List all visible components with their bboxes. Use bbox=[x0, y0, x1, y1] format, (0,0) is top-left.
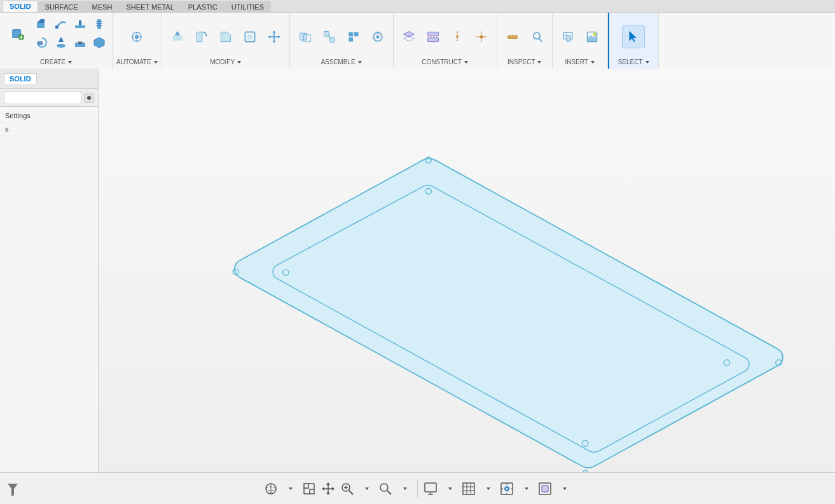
construct-chevron bbox=[464, 61, 468, 64]
loft-button[interactable] bbox=[52, 34, 70, 51]
bottom-bar bbox=[0, 472, 835, 504]
create-chevron bbox=[68, 61, 72, 64]
revolve-button[interactable] bbox=[33, 34, 51, 51]
fillet-button[interactable] bbox=[190, 25, 213, 48]
snap-button[interactable] bbox=[498, 480, 516, 498]
drive-button[interactable] bbox=[366, 25, 389, 48]
orbit-dropdown[interactable] bbox=[281, 480, 299, 498]
zoom-button[interactable] bbox=[376, 480, 394, 498]
insert-derive-button[interactable] bbox=[556, 25, 579, 48]
joint-button[interactable] bbox=[318, 25, 341, 48]
point-button[interactable] bbox=[470, 25, 493, 48]
construct-label[interactable]: CONSTRUCT bbox=[422, 58, 468, 67]
insert-label[interactable]: INSERT bbox=[565, 58, 595, 67]
toolbar-wrapper: SOLID SURFACE MESH SHEET METAL PLASTIC U… bbox=[0, 0, 835, 70]
automate-icons bbox=[125, 15, 148, 58]
press-pull-icon bbox=[170, 30, 184, 44]
inspect-label-text: INSPECT bbox=[507, 58, 535, 65]
tab-surface[interactable]: SURFACE bbox=[38, 1, 85, 12]
select-button[interactable] bbox=[622, 25, 645, 48]
settings-item[interactable]: Settings bbox=[0, 109, 98, 123]
select-label[interactable]: SELECT bbox=[618, 58, 649, 67]
display-dropdown[interactable] bbox=[441, 480, 459, 498]
tab-mesh[interactable]: MESH bbox=[85, 1, 120, 12]
shell-icon bbox=[243, 30, 257, 44]
new-component2-icon bbox=[298, 30, 312, 44]
snap-dropdown[interactable] bbox=[517, 480, 535, 498]
cad-model bbox=[99, 69, 835, 472]
zoom-dropdown[interactable] bbox=[357, 480, 375, 498]
tab-plastic[interactable]: PLASTIC bbox=[181, 1, 224, 12]
select-label-text: SELECT bbox=[618, 58, 643, 65]
filter-button[interactable] bbox=[6, 481, 19, 499]
measure-icon bbox=[506, 30, 520, 44]
viewport[interactable] bbox=[99, 69, 835, 472]
automate-button[interactable] bbox=[125, 25, 148, 48]
svg-marker-123 bbox=[8, 484, 18, 496]
svg-rect-4 bbox=[37, 23, 45, 28]
svg-rect-39 bbox=[324, 32, 329, 37]
new-component-button[interactable] bbox=[4, 20, 32, 48]
chamfer-button[interactable] bbox=[214, 25, 237, 48]
select-group: SELECT bbox=[608, 13, 659, 69]
move-button[interactable] bbox=[263, 25, 286, 48]
svg-point-56 bbox=[480, 35, 483, 38]
insert-canvas-icon bbox=[585, 30, 599, 44]
hole-button[interactable] bbox=[71, 34, 89, 51]
viewcube-button[interactable] bbox=[536, 480, 554, 498]
measure-button[interactable] bbox=[501, 25, 524, 48]
grid-button[interactable] bbox=[460, 480, 478, 498]
select-icon bbox=[626, 30, 640, 44]
extrude-button[interactable] bbox=[33, 15, 51, 33]
new-component2-button[interactable] bbox=[294, 25, 317, 48]
viewcube-dropdown[interactable] bbox=[555, 480, 573, 498]
panel-item-2[interactable]: s bbox=[0, 123, 98, 136]
assemble-label[interactable]: ASSEMBLE bbox=[321, 58, 362, 67]
create-small-btns-col4 bbox=[90, 15, 108, 51]
orbit-button[interactable] bbox=[262, 480, 280, 498]
create-row-top bbox=[4, 15, 108, 51]
zoom-chevron bbox=[365, 487, 369, 490]
insert-canvas-button[interactable] bbox=[581, 25, 604, 48]
tab-sheetmetal[interactable]: SHEET METAL bbox=[119, 1, 181, 12]
svg-rect-61 bbox=[507, 36, 517, 38]
pan-button[interactable] bbox=[319, 480, 337, 498]
viewcube-chevron bbox=[563, 487, 567, 490]
zoom-window-button[interactable] bbox=[338, 480, 356, 498]
axis-button[interactable] bbox=[446, 25, 469, 48]
fit-button[interactable] bbox=[300, 480, 318, 498]
press-pull-button[interactable] bbox=[166, 25, 189, 48]
inspect-label[interactable]: INSPECT bbox=[507, 58, 541, 67]
solid-tab[interactable]: SOLID bbox=[4, 73, 37, 84]
create-small-btns-col2 bbox=[52, 15, 70, 51]
modify-chevron bbox=[237, 61, 241, 64]
inspect-button2[interactable] bbox=[525, 25, 548, 48]
automate-label[interactable]: AUTOMATE bbox=[116, 58, 158, 67]
grid-dropdown[interactable] bbox=[479, 480, 497, 498]
svg-rect-112 bbox=[463, 483, 474, 494]
panel-collapse-button[interactable] bbox=[84, 93, 94, 103]
select-chevron bbox=[645, 61, 649, 64]
modify-label[interactable]: MODIFY bbox=[210, 58, 241, 67]
zoom2-dropdown[interactable] bbox=[396, 480, 413, 498]
rib-button[interactable] bbox=[71, 15, 89, 33]
sweep-button[interactable] bbox=[52, 15, 70, 33]
display-chevron bbox=[448, 487, 452, 490]
svg-marker-36 bbox=[278, 35, 280, 38]
svg-rect-14 bbox=[97, 19, 101, 29]
rigid-group-button[interactable] bbox=[342, 25, 365, 48]
display-settings-button[interactable] bbox=[422, 480, 439, 498]
midplane-button[interactable] bbox=[422, 25, 445, 48]
offset-plane-button[interactable] bbox=[397, 25, 420, 48]
panel-search-input[interactable] bbox=[4, 92, 81, 104]
shell-button[interactable] bbox=[238, 25, 261, 48]
box-button[interactable] bbox=[90, 34, 108, 51]
svg-rect-6 bbox=[38, 41, 43, 45]
create-label[interactable]: CREATE bbox=[40, 58, 72, 67]
tab-solid[interactable]: SOLID bbox=[3, 1, 38, 12]
svg-rect-51 bbox=[427, 32, 438, 36]
tab-utilities[interactable]: UTILITIES bbox=[224, 1, 271, 12]
rigid-group-icon bbox=[347, 30, 361, 44]
svg-marker-76 bbox=[630, 31, 637, 42]
thread-button[interactable] bbox=[90, 15, 108, 33]
